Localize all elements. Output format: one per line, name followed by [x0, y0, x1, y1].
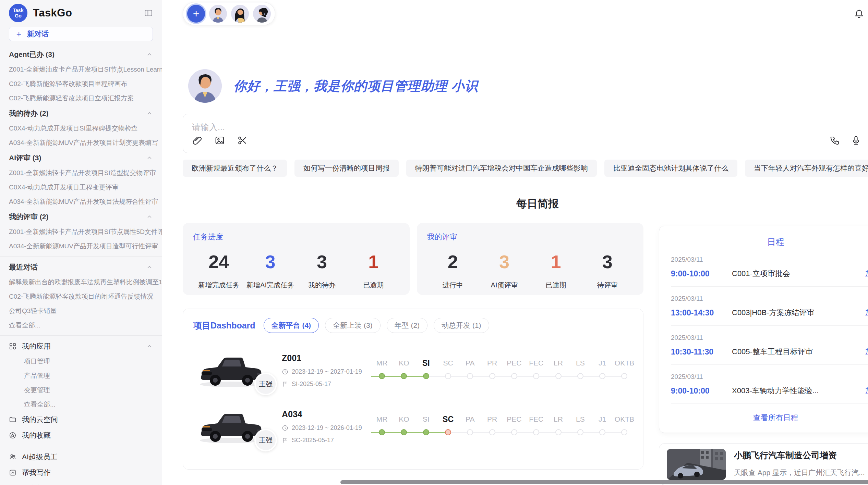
chevron-up-icon[interactable]	[146, 213, 153, 220]
flag-date: SC-2025-05-17	[292, 437, 334, 444]
stat-ai-prereview: 3 AI预评审	[479, 251, 530, 290]
app-link-change-mgmt[interactable]: 变更管理	[0, 383, 162, 397]
notifications-bell-icon[interactable]	[854, 9, 864, 19]
task-item[interactable]: C0X4-动力总成开发项目SI里程碑提交物检查	[0, 121, 162, 136]
scissors-icon[interactable]	[237, 135, 248, 146]
suggestion-chip[interactable]: 特朗普可能对进口汽车增税会对中国车企造成哪些影响	[406, 160, 597, 177]
app-link-product-mgmt[interactable]: 产品管理	[0, 369, 162, 383]
divider	[0, 256, 162, 257]
sidebar-item-ai-super-staff[interactable]: AI超级员工	[0, 449, 162, 465]
task-item[interactable]: C02-飞腾新能源轻客改款项目立项汇报方案	[0, 91, 162, 105]
project-flag-milestone: SC-2025-05-17	[282, 437, 371, 444]
suggestion-chip[interactable]: 比亚迪全固态电池计划具体说了什么	[604, 160, 737, 177]
logo-line-2: Go	[15, 13, 21, 18]
chevron-up-icon[interactable]	[146, 110, 153, 117]
app-link-project-mgmt[interactable]: 项目管理	[0, 354, 162, 369]
tab-all-new-platform[interactable]: 全新平台 (4)	[264, 318, 319, 333]
attachment-icon[interactable]	[192, 135, 202, 146]
schedule-event-title: C001-立项审批会	[732, 269, 790, 279]
task-item[interactable]: Z001-全新燃油轻卡产品开发项目SI节点属性5D文件评审	[0, 225, 162, 239]
chevron-up-icon[interactable]	[146, 51, 153, 58]
sidebar-item-my-apps[interactable]: 我的应用	[0, 338, 162, 354]
milestone-j1: J1	[591, 358, 613, 379]
chevron-up-icon[interactable]	[146, 154, 153, 161]
join-link[interactable]: 加入	[865, 347, 868, 357]
star-circle-icon	[9, 432, 16, 439]
section-my-review[interactable]: 我的评审 (2)	[0, 209, 162, 225]
plus-icon: ＋	[15, 28, 23, 39]
suggestion-chip[interactable]: 如何写一份清晰的项目周报	[294, 160, 399, 177]
news-card[interactable]: 小鹏飞行汽车制造公司增资 天眼查 App 显示，近日广州汇天飞行汽...	[659, 443, 868, 485]
conversation-item[interactable]: C02-飞腾新能源轻客改款项目的闭环通告反馈情况	[0, 289, 162, 304]
message-input[interactable]	[192, 122, 868, 132]
milestone-pr: PR	[481, 358, 503, 379]
stat-overdue: 1 已逾期	[348, 251, 399, 290]
view-all-schedule-link[interactable]: 查看所有日程	[671, 404, 868, 427]
chevron-up-icon[interactable]	[146, 343, 153, 350]
project-row-a034[interactable]: 王强 A034 2023-12-19 ~ 2026-01-19 SC-2025-…	[193, 404, 633, 449]
conversation-item[interactable]: 公司Q3轻卡销量	[0, 304, 162, 318]
news-body: 小鹏飞行汽车制造公司增资 天眼查 App 显示，近日广州汇天飞行汽...	[734, 449, 865, 479]
divider	[0, 335, 162, 336]
stat-label: 已逾期	[348, 281, 399, 290]
task-item[interactable]: Z001-全新燃油皮卡产品开发项目SI节点Lesson Learn报告	[0, 62, 162, 77]
app-window: Task Go TaskGo ＋ 新对话 Agent已办 (3) Z001-全新…	[0, 0, 868, 485]
suggestion-chip[interactable]: 欧洲新规最近颁布了什么？	[183, 160, 287, 177]
sidebar-item-help-me-write[interactable]: 帮我写作	[0, 465, 162, 481]
join-link[interactable]: 加入	[865, 269, 868, 279]
stat-pending-review: 3 待评审	[582, 251, 633, 290]
task-item[interactable]: A034-全新新能源MUV产品开发项目造型可行性评审	[0, 239, 162, 253]
view-all-apps[interactable]: 查看全部...	[0, 397, 162, 412]
section-my-todo[interactable]: 我的待办 (2)	[0, 105, 162, 121]
sidebar: Task Go TaskGo ＋ 新对话 Agent已办 (3) Z001-全新…	[0, 0, 162, 485]
assistant-hero: 你好，王强，我是你的项目管理助理 小识	[188, 69, 868, 103]
sidebar-collapse-icon[interactable]	[144, 9, 153, 17]
image-icon[interactable]	[215, 135, 225, 146]
sidebar-item-cloud-space[interactable]: 我的云空间	[0, 412, 162, 427]
task-item[interactable]: C0X4-动力总成开发项目工程变更评审	[0, 180, 162, 195]
section-ai-review[interactable]: AI评审 (3)	[0, 150, 162, 166]
new-chat-button[interactable]: ＋ 新对话	[9, 27, 153, 41]
project-media	[193, 459, 279, 470]
milestone-mr: MR	[371, 414, 393, 435]
sidebar-item-creative-drawing[interactable]: 创意制图	[0, 481, 162, 485]
project-info: A034 2023-12-19 ~ 2026-01-19 SC-2025-05-…	[279, 409, 371, 444]
add-agent-button[interactable]: +	[187, 5, 205, 23]
agent-avatar-3[interactable]	[253, 5, 271, 23]
writing-icon	[9, 469, 16, 476]
project-row-z001[interactable]: 王强 Z001 2023-12-19 ~ 2027-01-19 SI-2025-…	[193, 348, 633, 393]
project-flag-milestone: SI-2025-05-17	[282, 381, 371, 388]
message-composer[interactable]	[183, 114, 868, 153]
my-review-stats: 2 进行中 3 AI预评审 1 已逾期	[427, 251, 634, 290]
task-progress-title: 任务进度	[193, 232, 399, 242]
chevron-up-icon[interactable]	[146, 264, 153, 271]
stat-label: 我的待办	[296, 281, 348, 290]
horizontal-scrollbar[interactable]	[340, 480, 868, 484]
conversation-item[interactable]: 解释最新出台的欧盟报废车法规再生塑料比例被调至15%...	[0, 275, 162, 289]
tab-all-new-body[interactable]: 全新上装 (3)	[325, 318, 381, 333]
tab-model-year[interactable]: 年型 (2)	[387, 318, 428, 333]
milestone-lr: LR	[547, 358, 569, 379]
task-item[interactable]: Z001-全新燃油轻卡产品开发项目SI造型提交物评审	[0, 166, 162, 180]
stat-review-overdue: 1 已逾期	[530, 251, 581, 290]
stat-label: 新增完成任务	[193, 281, 244, 290]
agent-avatar-1[interactable]	[209, 5, 227, 23]
stat-label: AI预评审	[479, 281, 530, 290]
task-item[interactable]: A034-全新新能源MUV产品开发项目计划变更表编写	[0, 136, 162, 150]
task-item[interactable]: C02-飞腾新能源轻客改款项目里程碑画布	[0, 77, 162, 91]
join-link[interactable]: 加入	[865, 308, 868, 318]
view-all-conversations[interactable]: 查看全部...	[0, 318, 162, 333]
tab-powertrain-dev[interactable]: 动总开发 (1)	[434, 318, 489, 333]
sidebar-item-favorites[interactable]: 我的收藏	[0, 427, 162, 443]
cloud-space-label: 我的云空间	[22, 415, 58, 424]
suggestion-chip[interactable]: 当下年轻人对汽车外观有怎样的喜好趋势	[745, 160, 868, 177]
right-column: 日程 2025/03/11 9:00-10:00 C001-立项审批会 加入 2…	[659, 226, 868, 485]
phone-call-icon[interactable]	[830, 135, 840, 146]
join-link[interactable]: 加入	[865, 386, 868, 396]
section-agent-done[interactable]: Agent已办 (3)	[0, 47, 162, 62]
microphone-icon[interactable]	[851, 135, 861, 146]
section-recent-chats[interactable]: 最近对话	[0, 259, 162, 275]
agent-avatar-2[interactable]	[231, 5, 249, 23]
task-item[interactable]: A034-全新新能源MUV产品开发项目法规符合性评审	[0, 195, 162, 209]
section-title: 我的评审 (2)	[9, 212, 49, 222]
